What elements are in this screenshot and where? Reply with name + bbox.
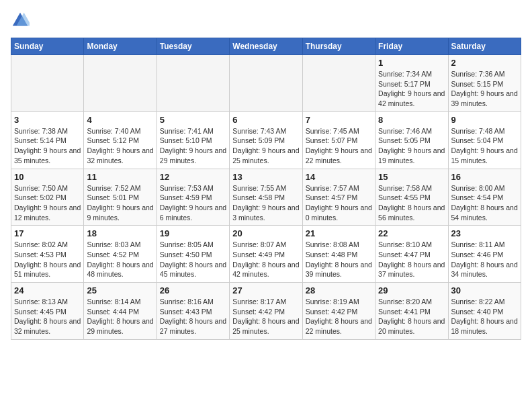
day-info: Sunrise: 8:00 AM Sunset: 4:54 PM Dayligh… [451, 183, 518, 223]
calendar-cell: 15Sunrise: 7:58 AM Sunset: 4:55 PM Dayli… [375, 169, 448, 226]
calendar-cell: 4Sunrise: 7:40 AM Sunset: 5:12 PM Daylig… [84, 111, 157, 169]
calendar-cell: 27Sunrise: 8:17 AM Sunset: 4:42 PM Dayli… [230, 283, 302, 340]
calendar-cell [230, 55, 302, 112]
calendar-cell: 28Sunrise: 8:19 AM Sunset: 4:42 PM Dayli… [302, 283, 375, 340]
calendar-cell: 10Sunrise: 7:50 AM Sunset: 5:02 PM Dayli… [11, 169, 84, 226]
calendar-cell [157, 55, 229, 112]
day-number: 10 [14, 172, 81, 182]
day-info: Sunrise: 7:53 AM Sunset: 4:59 PM Dayligh… [160, 183, 226, 223]
day-number: 11 [87, 172, 153, 182]
calendar-cell: 8Sunrise: 7:46 AM Sunset: 5:05 PM Daylig… [375, 111, 448, 169]
day-number: 8 [378, 115, 445, 125]
day-number: 25 [87, 285, 153, 295]
day-info: Sunrise: 8:07 AM Sunset: 4:49 PM Dayligh… [232, 240, 299, 279]
day-number: 26 [160, 285, 226, 295]
day-info: Sunrise: 8:14 AM Sunset: 4:44 PM Dayligh… [87, 297, 153, 336]
page-header [11, 11, 521, 30]
calendar-cell: 24Sunrise: 8:13 AM Sunset: 4:45 PM Dayli… [11, 283, 84, 340]
day-info: Sunrise: 8:19 AM Sunset: 4:42 PM Dayligh… [306, 297, 372, 336]
day-info: Sunrise: 7:34 AM Sunset: 5:17 PM Dayligh… [378, 69, 445, 109]
calendar-cell: 19Sunrise: 8:05 AM Sunset: 4:50 PM Dayli… [157, 226, 229, 283]
day-info: Sunrise: 7:45 AM Sunset: 5:07 PM Dayligh… [306, 126, 372, 166]
calendar-cell: 12Sunrise: 7:53 AM Sunset: 4:59 PM Dayli… [157, 169, 229, 226]
logo-icon [11, 11, 30, 30]
day-number: 20 [232, 228, 299, 238]
day-info: Sunrise: 8:20 AM Sunset: 4:41 PM Dayligh… [378, 297, 445, 336]
day-info: Sunrise: 8:08 AM Sunset: 4:48 PM Dayligh… [306, 240, 372, 279]
day-number: 6 [232, 115, 299, 125]
day-number: 5 [160, 115, 226, 125]
calendar-cell: 25Sunrise: 8:14 AM Sunset: 4:44 PM Dayli… [84, 283, 157, 340]
calendar-cell [84, 55, 157, 112]
weekday-header-row: SundayMondayTuesdayWednesdayThursdayFrid… [11, 38, 521, 55]
calendar-cell: 3Sunrise: 7:38 AM Sunset: 5:14 PM Daylig… [11, 111, 84, 169]
day-number: 15 [378, 172, 445, 182]
calendar-cell: 30Sunrise: 8:22 AM Sunset: 4:40 PM Dayli… [448, 283, 521, 340]
week-row-1: 1Sunrise: 7:34 AM Sunset: 5:17 PM Daylig… [11, 55, 521, 112]
day-info: Sunrise: 8:16 AM Sunset: 4:43 PM Dayligh… [160, 297, 226, 336]
calendar-cell: 20Sunrise: 8:07 AM Sunset: 4:49 PM Dayli… [230, 226, 302, 283]
day-number: 14 [306, 172, 372, 182]
calendar-cell: 23Sunrise: 8:11 AM Sunset: 4:46 PM Dayli… [448, 226, 521, 283]
calendar-cell [302, 55, 375, 112]
day-info: Sunrise: 8:02 AM Sunset: 4:53 PM Dayligh… [14, 240, 81, 279]
calendar-cell: 14Sunrise: 7:57 AM Sunset: 4:57 PM Dayli… [302, 169, 375, 226]
day-number: 22 [378, 228, 445, 238]
day-number: 12 [160, 172, 226, 182]
calendar-cell: 21Sunrise: 8:08 AM Sunset: 4:48 PM Dayli… [302, 226, 375, 283]
day-number: 24 [14, 285, 81, 295]
day-info: Sunrise: 7:48 AM Sunset: 5:04 PM Dayligh… [451, 126, 518, 166]
day-info: Sunrise: 7:55 AM Sunset: 4:58 PM Dayligh… [232, 183, 299, 223]
day-info: Sunrise: 7:40 AM Sunset: 5:12 PM Dayligh… [87, 126, 153, 166]
calendar-cell: 1Sunrise: 7:34 AM Sunset: 5:17 PM Daylig… [375, 55, 448, 112]
day-number: 3 [14, 115, 81, 125]
calendar-cell: 26Sunrise: 8:16 AM Sunset: 4:43 PM Dayli… [157, 283, 229, 340]
day-info: Sunrise: 8:22 AM Sunset: 4:40 PM Dayligh… [451, 297, 518, 336]
day-info: Sunrise: 7:58 AM Sunset: 4:55 PM Dayligh… [378, 183, 445, 223]
day-number: 16 [451, 172, 518, 182]
calendar-table: SundayMondayTuesdayWednesdayThursdayFrid… [11, 38, 521, 340]
day-number: 4 [87, 115, 153, 125]
day-info: Sunrise: 8:11 AM Sunset: 4:46 PM Dayligh… [451, 240, 518, 279]
week-row-4: 17Sunrise: 8:02 AM Sunset: 4:53 PM Dayli… [11, 226, 521, 283]
calendar-cell: 29Sunrise: 8:20 AM Sunset: 4:41 PM Dayli… [375, 283, 448, 340]
day-number: 29 [378, 285, 445, 295]
calendar-cell: 5Sunrise: 7:41 AM Sunset: 5:10 PM Daylig… [157, 111, 229, 169]
calendar-cell: 6Sunrise: 7:43 AM Sunset: 5:09 PM Daylig… [230, 111, 302, 169]
day-info: Sunrise: 8:03 AM Sunset: 4:52 PM Dayligh… [87, 240, 153, 279]
calendar-cell: 9Sunrise: 7:48 AM Sunset: 5:04 PM Daylig… [448, 111, 521, 169]
calendar-cell: 17Sunrise: 8:02 AM Sunset: 4:53 PM Dayli… [11, 226, 84, 283]
logo [11, 11, 32, 30]
day-info: Sunrise: 7:36 AM Sunset: 5:15 PM Dayligh… [451, 69, 518, 109]
day-number: 21 [306, 228, 372, 238]
day-info: Sunrise: 7:50 AM Sunset: 5:02 PM Dayligh… [14, 183, 81, 223]
weekday-header-tuesday: Tuesday [157, 38, 229, 55]
day-info: Sunrise: 7:46 AM Sunset: 5:05 PM Dayligh… [378, 126, 445, 166]
weekday-header-wednesday: Wednesday [230, 38, 302, 55]
day-info: Sunrise: 7:41 AM Sunset: 5:10 PM Dayligh… [160, 126, 226, 166]
day-number: 18 [87, 228, 153, 238]
day-info: Sunrise: 7:43 AM Sunset: 5:09 PM Dayligh… [232, 126, 299, 166]
day-info: Sunrise: 7:52 AM Sunset: 5:01 PM Dayligh… [87, 183, 153, 223]
calendar-cell: 7Sunrise: 7:45 AM Sunset: 5:07 PM Daylig… [302, 111, 375, 169]
day-number: 28 [306, 285, 372, 295]
day-info: Sunrise: 7:57 AM Sunset: 4:57 PM Dayligh… [306, 183, 372, 223]
day-number: 13 [232, 172, 299, 182]
weekday-header-sunday: Sunday [11, 38, 84, 55]
weekday-header-monday: Monday [84, 38, 157, 55]
day-info: Sunrise: 8:17 AM Sunset: 4:42 PM Dayligh… [232, 297, 299, 336]
day-number: 1 [378, 58, 445, 68]
calendar-cell: 16Sunrise: 8:00 AM Sunset: 4:54 PM Dayli… [448, 169, 521, 226]
day-number: 9 [451, 115, 518, 125]
day-info: Sunrise: 8:05 AM Sunset: 4:50 PM Dayligh… [160, 240, 226, 279]
weekday-header-thursday: Thursday [302, 38, 375, 55]
day-number: 19 [160, 228, 226, 238]
day-info: Sunrise: 8:10 AM Sunset: 4:47 PM Dayligh… [378, 240, 445, 279]
day-number: 2 [451, 58, 518, 68]
weekday-header-saturday: Saturday [448, 38, 521, 55]
week-row-2: 3Sunrise: 7:38 AM Sunset: 5:14 PM Daylig… [11, 111, 521, 169]
calendar-cell [11, 55, 84, 112]
calendar-cell: 11Sunrise: 7:52 AM Sunset: 5:01 PM Dayli… [84, 169, 157, 226]
day-info: Sunrise: 7:38 AM Sunset: 5:14 PM Dayligh… [14, 126, 81, 166]
calendar-cell: 13Sunrise: 7:55 AM Sunset: 4:58 PM Dayli… [230, 169, 302, 226]
